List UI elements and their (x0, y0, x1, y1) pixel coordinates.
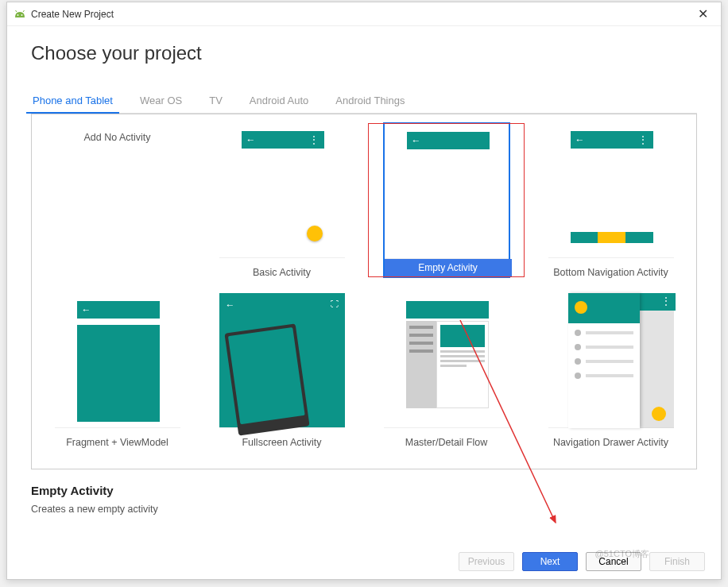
template-empty-activity[interactable]: ← Empty Activity (367, 122, 525, 286)
fab-icon (652, 407, 666, 421)
template-fragment-viewmodel[interactable]: ← Fragment + ViewModel (38, 292, 196, 456)
content-area: Choose your project Phone and Tablet Wea… (7, 26, 721, 524)
tab-android-things[interactable]: Android Things (334, 88, 406, 113)
svg-line-3 (23, 10, 25, 12)
close-icon[interactable]: ✕ (691, 5, 714, 23)
selection-title: Empty Activity (31, 484, 697, 497)
footer-buttons: Previous Next Cancel Finish (459, 552, 705, 571)
svg-point-0 (17, 14, 19, 16)
thumb-basic: ←⋮ (219, 123, 345, 258)
back-arrow-icon: ← (226, 299, 235, 311)
titlebar: Create New Project ✕ (7, 2, 721, 26)
template-label: Basic Activity (250, 259, 314, 286)
tab-tv[interactable]: TV (207, 88, 224, 113)
template-grid: Add No Activity ←⋮ Basic Activity ← Empt… (38, 122, 690, 456)
thumb-nav-drawer (548, 293, 674, 428)
thumb-bottomnav: ←⋮ (548, 123, 674, 258)
template-basic-activity[interactable]: ←⋮ Basic Activity (203, 122, 361, 286)
fab-icon (307, 226, 323, 241)
tab-phone-tablet[interactable]: Phone and Tablet (31, 88, 114, 113)
back-arrow-icon: ← (412, 135, 421, 146)
template-add-no-activity[interactable]: Add No Activity (38, 122, 196, 286)
finish-button: Finish (649, 552, 705, 571)
tab-android-auto[interactable]: Android Auto (248, 88, 310, 113)
back-arrow-icon: ← (575, 134, 585, 145)
template-master-detail[interactable]: Master/Detail Flow (367, 292, 525, 456)
template-label: Master/Detail Flow (402, 429, 491, 456)
template-bottom-nav[interactable]: ←⋮ Bottom Navigation Activity (532, 122, 690, 286)
dialog-window: Create New Project ✕ Choose your project… (6, 2, 722, 580)
template-label: Bottom Navigation Activity (550, 259, 672, 286)
titlebar-title: Create New Project (31, 9, 691, 20)
page-title: Choose your project (31, 42, 697, 64)
template-selected-label: Empty Activity (385, 259, 512, 276)
template-label: Add No Activity (80, 124, 153, 151)
expand-icon: ⛶ (331, 299, 339, 308)
template-fullscreen[interactable]: ←⛶ Fullscreen Activity (203, 292, 361, 456)
selection-description: Creates a new empty activity (31, 504, 697, 515)
svg-line-2 (16, 10, 17, 12)
thumb-master-detail (384, 293, 509, 428)
thumb-fullscreen: ←⛶ (219, 293, 345, 428)
back-arrow-icon: ← (82, 304, 91, 315)
svg-point-1 (21, 14, 23, 16)
back-arrow-icon: ← (246, 134, 256, 145)
watermark-text: @51CTO博客 (595, 548, 649, 560)
android-icon (14, 10, 26, 19)
previous-button: Previous (459, 552, 514, 571)
overflow-icon: ⋮ (309, 134, 319, 145)
template-label: Navigation Drawer Activity (550, 429, 672, 456)
tab-wear-os[interactable]: Wear OS (138, 88, 184, 113)
template-nav-drawer[interactable]: Navigation Drawer Activity (532, 292, 690, 456)
overflow-icon: ⋮ (638, 134, 649, 145)
template-label: Fragment + ViewModel (63, 429, 172, 456)
thumb-empty: ← (385, 124, 509, 259)
template-grid-container: Add No Activity ←⋮ Basic Activity ← Empt… (31, 114, 697, 469)
tab-bar: Phone and Tablet Wear OS TV Android Auto… (31, 88, 697, 114)
next-button[interactable]: Next (522, 552, 578, 571)
thumb-fragment-vm: ← (55, 293, 180, 428)
